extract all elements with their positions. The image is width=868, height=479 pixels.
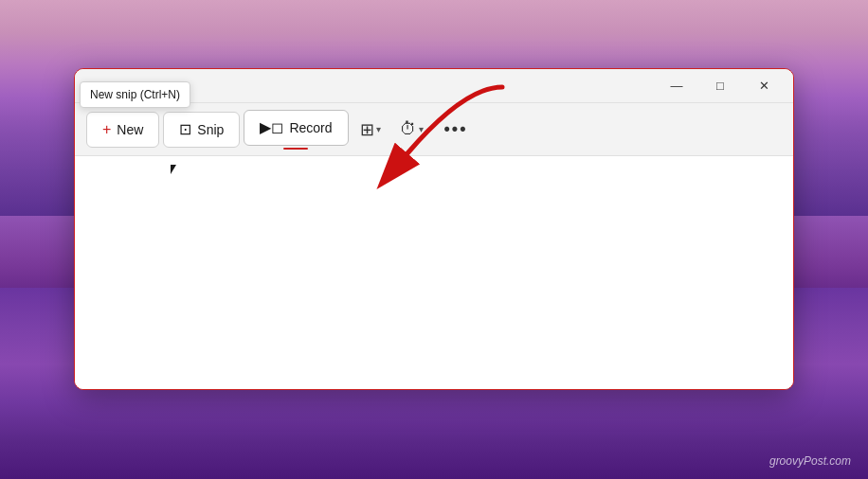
history-button[interactable]: ⏱ ▾ — [392, 112, 431, 148]
history-chevron: ▾ — [419, 124, 424, 134]
camera-icon: ⊡ — [179, 122, 191, 137]
history-icon: ⏱ — [400, 119, 417, 139]
tooltip: New snip (Ctrl+N) — [80, 81, 190, 108]
watermark: groovyPost.com — [769, 454, 851, 468]
more-options-icon: ••• — [444, 119, 468, 139]
video-icon: ▶◻ — [260, 120, 283, 135]
close-button[interactable]: ✕ — [742, 69, 786, 103]
screen-select-chevron: ▾ — [376, 124, 381, 134]
snip-button[interactable]: ⊡ Snip — [163, 112, 240, 148]
snipping-tool-window: Snipping Tool — □ ✕ + New ⊡ Snip ▶◻ Reco… — [74, 68, 794, 390]
screen-select-button[interactable]: ⊞ ▾ — [353, 112, 389, 148]
window-controls: — □ ✕ — [655, 69, 786, 103]
plus-icon: + — [102, 122, 111, 137]
record-active-indicator — [283, 148, 308, 150]
more-options-button[interactable]: ••• — [435, 112, 478, 148]
content-area — [75, 156, 793, 389]
new-label: New — [117, 122, 143, 137]
maximize-button[interactable]: □ — [698, 69, 742, 103]
snip-label: Snip — [197, 122, 224, 137]
toolbar: + New ⊡ Snip ▶◻ Record ⊞ ▾ ⏱ ▾ ••• — [75, 103, 793, 156]
record-label: Record — [289, 120, 332, 135]
record-button[interactable]: ▶◻ Record — [244, 110, 348, 146]
record-button-wrap: ▶◻ Record — [244, 110, 348, 150]
new-button[interactable]: + New — [86, 112, 159, 148]
screen-select-icon: ⊞ — [360, 119, 374, 140]
minimize-button[interactable]: — — [655, 69, 698, 103]
